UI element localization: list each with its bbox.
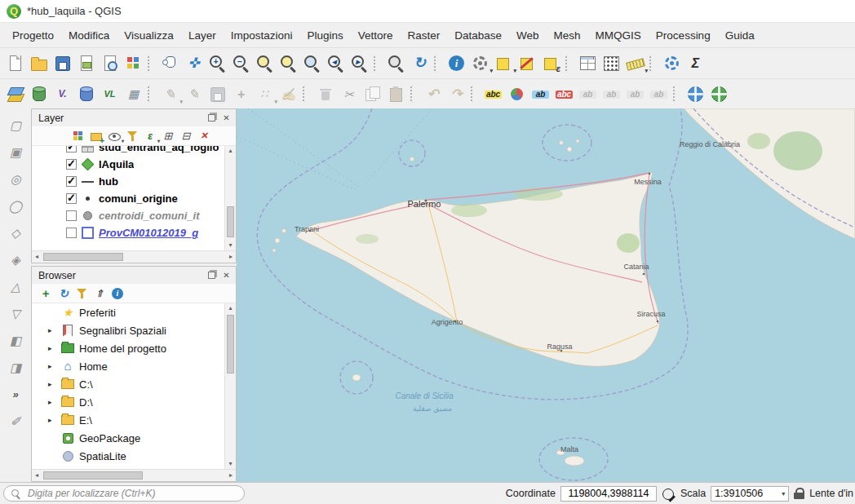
scroll-right-arrow-icon[interactable]: ▸ bbox=[226, 470, 236, 481]
undo-button[interactable]: ↶ bbox=[422, 83, 444, 105]
collapse-all-browser-button[interactable]: ⇑ bbox=[91, 285, 108, 302]
zoom-to-selection-button[interactable] bbox=[277, 52, 299, 74]
show-hide-labels-button[interactable]: ab bbox=[577, 83, 599, 105]
expand-all-button[interactable]: ⊞ bbox=[160, 128, 176, 144]
zoom-full-extent-button[interactable] bbox=[254, 52, 276, 74]
layer-item-laquila[interactable]: lAquila bbox=[32, 156, 225, 173]
side-toolbar-button[interactable]: ◨ bbox=[5, 356, 27, 378]
layer-visibility-checkbox[interactable] bbox=[66, 210, 77, 221]
float-panel-icon[interactable] bbox=[206, 112, 218, 124]
side-toolbar-button[interactable]: ▽ bbox=[5, 303, 27, 325]
browser-item-e-drive[interactable]: E:\ bbox=[32, 411, 225, 429]
collapse-all-button[interactable]: ⊟ bbox=[178, 128, 194, 144]
run-feature-action-button[interactable] bbox=[469, 52, 491, 74]
open-project-button[interactable] bbox=[28, 52, 50, 74]
metasearch-button[interactable] bbox=[684, 83, 707, 105]
add-group-button[interactable] bbox=[88, 128, 104, 144]
toolbar-extension-chevron[interactable]: » bbox=[5, 383, 27, 405]
browser-item-home[interactable]: Home bbox=[32, 357, 225, 375]
annotation-tool-button[interactable]: ✐ bbox=[5, 410, 27, 432]
menu-guida[interactable]: Guida bbox=[718, 26, 762, 45]
browser-item-geopackage[interactable]: GeoPackage bbox=[32, 429, 225, 447]
layer-visibility-checkbox[interactable] bbox=[66, 176, 77, 187]
layout-manager-button[interactable] bbox=[99, 52, 121, 74]
browser-item-home-progetto[interactable]: Home del progetto bbox=[32, 339, 225, 357]
layer-item-comuni-origine[interactable]: comuni_origine bbox=[32, 190, 225, 207]
browser-vertical-scrollbar[interactable]: ▴ ▾ bbox=[224, 303, 236, 469]
side-toolbar-button[interactable]: ▢ bbox=[5, 114, 27, 136]
browser-item-segnalibri[interactable]: Segnalibri Spaziali bbox=[32, 321, 225, 339]
manage-map-themes-button[interactable] bbox=[106, 128, 122, 144]
menu-raster[interactable]: Raster bbox=[401, 26, 448, 45]
delete-selected-button[interactable] bbox=[314, 83, 336, 105]
layer-labeling-button[interactable]: abc bbox=[482, 83, 504, 105]
style-manager-button[interactable] bbox=[122, 52, 144, 74]
copy-features-button[interactable] bbox=[361, 83, 383, 105]
new-virtual-layer-button[interactable]: VL bbox=[99, 83, 121, 105]
scale-lock-icon[interactable] bbox=[794, 487, 804, 500]
browser-item-spatialite[interactable]: SpatiaLite bbox=[32, 447, 225, 465]
open-attribute-table-button[interactable] bbox=[577, 52, 599, 74]
zoom-out-button[interactable]: − bbox=[230, 52, 252, 74]
menu-web[interactable]: Web bbox=[509, 26, 547, 45]
save-project-button[interactable] bbox=[51, 52, 73, 74]
side-toolbar-button[interactable]: ◧ bbox=[5, 329, 27, 351]
layer-item-hub[interactable]: hub bbox=[32, 173, 225, 190]
remove-layer-button[interactable]: ✕ bbox=[196, 128, 212, 144]
add-selected-layers-button[interactable]: + bbox=[38, 285, 54, 302]
new-temporary-scratch-layer-button[interactable]: ▦ bbox=[122, 83, 144, 105]
statistical-summary-button[interactable]: Σ bbox=[684, 52, 707, 74]
expand-arrow-icon[interactable] bbox=[48, 344, 58, 352]
browser-item-c-drive[interactable]: C:\ bbox=[32, 375, 225, 393]
map-canvas[interactable]: Palermo Trapani Messina Catania Siracusa… bbox=[237, 108, 855, 482]
float-panel-icon[interactable] bbox=[206, 269, 218, 281]
identify-features-button[interactable]: i bbox=[445, 52, 467, 74]
expand-arrow-icon[interactable] bbox=[48, 380, 58, 388]
geo-services-button[interactable] bbox=[708, 83, 730, 105]
paste-features-button[interactable] bbox=[385, 83, 407, 105]
layer-visibility-checkbox[interactable] bbox=[66, 193, 77, 204]
layer-visibility-checkbox[interactable] bbox=[66, 228, 77, 238]
zoom-last-button[interactable]: ◂ bbox=[325, 52, 347, 74]
side-toolbar-button[interactable]: ◯ bbox=[5, 195, 27, 217]
new-project-button[interactable] bbox=[4, 52, 26, 74]
menu-vettore[interactable]: Vettore bbox=[351, 26, 401, 45]
layer-tree-horizontal-scrollbar[interactable]: ◂ ▸ bbox=[32, 250, 236, 263]
layer-diagram-button[interactable] bbox=[506, 83, 528, 105]
locator-search-box[interactable] bbox=[3, 485, 245, 502]
locator-search-input[interactable] bbox=[26, 487, 237, 500]
redo-button[interactable]: ↷ bbox=[445, 83, 467, 105]
menu-processing[interactable]: Processing bbox=[649, 26, 718, 45]
zoom-next-button[interactable]: ▸ bbox=[348, 52, 370, 74]
expand-arrow-icon[interactable] bbox=[48, 416, 58, 424]
open-layer-styling-button[interactable] bbox=[70, 128, 86, 144]
vertex-tool-button[interactable]: ∷ bbox=[254, 83, 276, 105]
browser-item-preferiti[interactable]: Preferiti bbox=[32, 303, 225, 321]
layer-visibility-checkbox[interactable] bbox=[66, 159, 77, 170]
layer-item-provcm[interactable]: ProvCM01012019_g bbox=[32, 224, 225, 241]
processing-toolbox-button[interactable] bbox=[661, 52, 683, 74]
refresh-browser-button[interactable]: ↻ bbox=[55, 285, 72, 302]
side-toolbar-button[interactable]: ◇ bbox=[5, 222, 27, 244]
refresh-map-button[interactable]: ↻ bbox=[409, 52, 431, 74]
filter-browser-button[interactable] bbox=[73, 285, 90, 302]
expand-arrow-icon[interactable] bbox=[48, 362, 58, 370]
side-toolbar-button[interactable]: △ bbox=[5, 276, 27, 298]
close-panel-icon[interactable]: ✕ bbox=[220, 269, 233, 281]
filter-legend-button[interactable] bbox=[124, 128, 140, 144]
cut-features-button[interactable]: ✂ bbox=[338, 83, 360, 105]
side-toolbar-button[interactable]: ▣ bbox=[5, 141, 27, 163]
layer-visibility-checkbox[interactable] bbox=[66, 146, 77, 153]
coordinate-input[interactable] bbox=[560, 486, 657, 502]
new-print-layout-button[interactable] bbox=[75, 52, 97, 74]
menu-modifica[interactable]: Modifica bbox=[61, 26, 117, 45]
rotate-label-button[interactable]: ab bbox=[624, 83, 646, 105]
scroll-down-arrow-icon[interactable]: ▾ bbox=[225, 241, 236, 250]
scroll-left-arrow-icon[interactable]: ◂ bbox=[32, 470, 42, 481]
menu-impostazioni[interactable]: Impostazioni bbox=[224, 26, 300, 45]
browser-item-d-drive[interactable]: D:\ bbox=[32, 393, 225, 411]
data-source-manager-button[interactable] bbox=[4, 83, 26, 105]
menu-mmqgis[interactable]: MMQGIS bbox=[588, 26, 649, 45]
select-by-expression-button[interactable]: ε bbox=[540, 52, 562, 74]
layer-item-stud-entranti[interactable]: stud_entranti_aq_foglio bbox=[32, 146, 225, 156]
